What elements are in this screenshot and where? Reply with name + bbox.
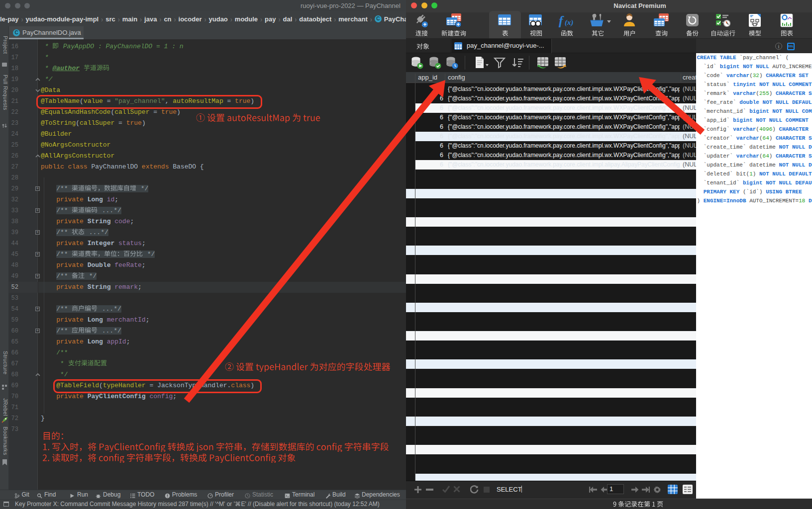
svg-text:(x): (x) (565, 18, 574, 27)
svg-text:f: f (559, 13, 564, 28)
